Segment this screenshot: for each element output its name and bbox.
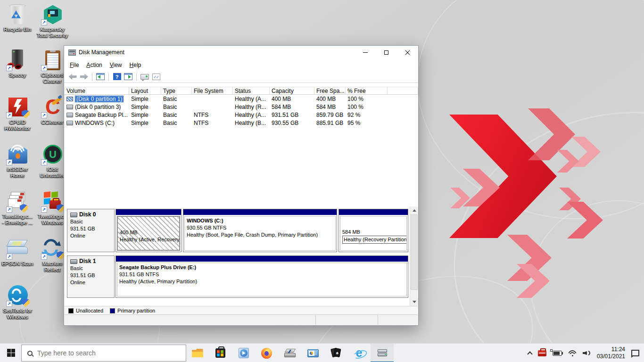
graphical-view-pane: Disk 0 Basic 931.51 GB Online 400 MB Hea… [65, 206, 418, 306]
taskbar-firefox[interactable] [255, 344, 278, 362]
disk-name: Disk 0 [79, 211, 96, 218]
disk-0-label[interactable]: Disk 0 Basic 931.51 GB Online [67, 209, 115, 252]
legend-label: Primary partition [117, 308, 155, 313]
column-header-filesystem[interactable]: File System [192, 87, 233, 94]
column-header-layout[interactable]: Layout [129, 87, 161, 94]
volume-name: WINDOWS (C:) [75, 120, 115, 126]
desktop-icon-speccy[interactable]: ↗ Speccy [1, 49, 34, 78]
scroll-down-button[interactable] [410, 298, 418, 306]
rescan-disks-button[interactable] [139, 72, 150, 82]
forward-button[interactable] [78, 72, 90, 82]
desktop-icon-epson-scan[interactable]: ↗ EPSON Scan [1, 238, 34, 267]
taskbar-solitaire[interactable]: ♠ [324, 344, 347, 362]
scrollbar-thumb[interactable] [411, 214, 418, 290]
taskbar: ♠ e 11:24 03/01/2021 [0, 343, 644, 362]
volume-layout: Simple [129, 103, 161, 111]
file-explorer-icon [192, 349, 203, 357]
icon-label: CPUID HWMonitor [1, 119, 34, 132]
disk-state: Online [70, 279, 111, 286]
menu-file[interactable]: File [66, 60, 83, 70]
partition-disk0-recovery1[interactable]: 400 MB Healthy (Active, Recovery Partiti… [116, 209, 182, 252]
minimize-button[interactable] [355, 46, 376, 59]
title-bar[interactable]: Disk Management [64, 46, 418, 59]
media-player-icon [239, 348, 249, 358]
menu-view[interactable]: View [106, 60, 126, 70]
action-center-icon[interactable] [631, 350, 639, 356]
volume-name: Seagate Backup Pl... [75, 112, 128, 118]
disk-icon [70, 259, 77, 264]
taskbar-system-info[interactable] [301, 344, 324, 362]
start-button[interactable] [0, 344, 22, 362]
column-header-type[interactable]: Type [161, 87, 192, 94]
taskbar-media-player[interactable] [232, 344, 255, 362]
menu-bar: File Action View Help [64, 59, 418, 71]
volume-icon[interactable] [583, 350, 591, 356]
column-header-pctfree[interactable]: % Free [346, 87, 388, 94]
volume-filesystem: NTFS [192, 111, 233, 119]
desktop-icon-hwmonitor[interactable]: ↗ CPUID HWMonitor [1, 97, 34, 132]
desktop-icon-seatools[interactable]: ↗ SeaTools for Windows [1, 285, 34, 320]
volume-filesystem [192, 95, 233, 103]
desktop-icon-tweaking-envelope[interactable]: ↗ Tweaking.c... - Envelope ... [1, 191, 34, 226]
column-header-capacity[interactable]: Capacity [270, 87, 314, 94]
partition-status: Healthy (Active, Primary Partition) [119, 278, 405, 285]
clock[interactable]: 11:24 03/01/2021 [597, 346, 625, 360]
tray-expand-chevron-icon[interactable] [527, 351, 532, 356]
volume-row[interactable]: WINDOWS (C:) Simple Basic NTFS Healthy (… [65, 119, 418, 127]
help-button[interactable]: ? [111, 72, 123, 82]
properties-button[interactable]: ✓✓ [150, 72, 162, 82]
minimize-icon [363, 52, 368, 53]
volume-capacity: 930.55 GB [270, 119, 314, 127]
volume-list: Volume Layout Type File System Status Ca… [65, 87, 418, 204]
show-action-pane-button[interactable] [123, 72, 134, 82]
wifi-icon[interactable] [568, 350, 577, 356]
disk-management-window: Disk Management File Action View Help ? … [64, 45, 419, 326]
column-header-freespace[interactable]: Free Spa... [314, 87, 346, 94]
volume-type: Basic [161, 95, 192, 103]
show-console-tree-button[interactable] [95, 72, 106, 82]
search-icon [27, 351, 33, 356]
icon-label: Kaspersky Total Security [36, 26, 69, 39]
volume-row[interactable]: (Disk 0 partition 1) Simple Basic Health… [65, 95, 418, 103]
partition-title: Seagate Backup Plus Drive (E:) [119, 264, 405, 271]
desktop-icon-recycle-bin[interactable]: Recycle Bin [1, 4, 34, 33]
kaspersky-tray-icon[interactable] [538, 350, 546, 356]
wallpaper-arrow-large [449, 115, 557, 238]
column-header-filler [388, 87, 418, 94]
column-header-status[interactable]: Status [233, 87, 270, 94]
partition-disk0-recovery2[interactable]: 584 MB Healthy (Recovery Partition) [339, 209, 408, 252]
taskbar-disk-management-active[interactable] [371, 344, 394, 362]
battery-icon[interactable] [553, 351, 562, 356]
desktop-icon-kaspersky[interactable]: ↗ Kaspersky Total Security [36, 4, 69, 39]
column-header-volume[interactable]: Volume [65, 87, 129, 94]
shortcut-arrow-icon: ↗ [6, 206, 12, 213]
menu-action[interactable]: Action [83, 60, 106, 70]
menu-help[interactable]: Help [126, 60, 145, 70]
scanner-icon: ↗ [6, 238, 29, 260]
close-button[interactable] [397, 46, 418, 59]
inssider-icon: ↗ [6, 144, 29, 165]
partition-disk0-windows-c[interactable]: WINDOWS (C:) 930.55 GB NTFS Healthy (Boo… [183, 209, 337, 252]
volume-type: Basic [161, 119, 192, 127]
taskbar-microsoft-store[interactable] [209, 344, 232, 362]
volume-row[interactable]: Seagate Backup Pl... Simple Basic NTFS H… [65, 111, 418, 119]
back-button[interactable] [67, 72, 78, 82]
firefox-icon [261, 348, 272, 359]
vertical-scrollbar[interactable] [410, 206, 418, 306]
disk-1-label[interactable]: Disk 1 Basic 931.51 GB Online [67, 255, 115, 298]
partition-size: 931.51 GB NTFS [119, 271, 405, 278]
macrium-icon: ↗ [41, 238, 64, 260]
maximize-button[interactable] [376, 46, 397, 59]
volume-row[interactable]: (Disk 0 partition 3) Simple Basic Health… [65, 103, 418, 111]
uac-shield-icon [22, 298, 30, 307]
desktop-icon-inssider[interactable]: ↗ inSSIDer Home [1, 144, 34, 179]
taskbar-file-explorer[interactable] [186, 344, 209, 362]
search-input[interactable] [37, 349, 165, 357]
partition-disk1-seagate-e[interactable]: Seagate Backup Plus Drive (E:) 931.51 GB… [116, 255, 408, 298]
volume-capacity: 931.51 GB [270, 111, 314, 119]
partition-icon [66, 97, 73, 101]
taskbar-internet-explorer[interactable]: e [347, 344, 371, 362]
scroll-up-button[interactable] [410, 206, 418, 214]
taskbar-search[interactable] [21, 345, 186, 362]
taskbar-epson-scan[interactable] [278, 344, 301, 362]
